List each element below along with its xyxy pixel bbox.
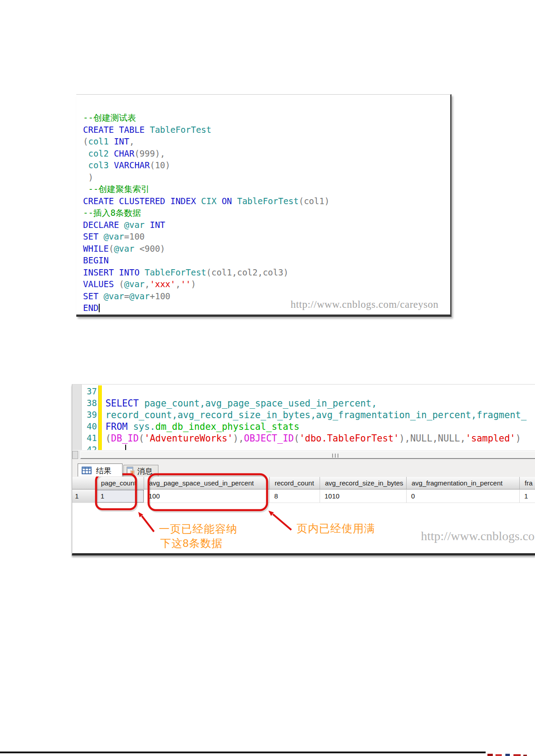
code-token: CHAR: [114, 149, 135, 158]
grid-column-header[interactable]: fra: [520, 477, 535, 489]
ssms-query-results-screenshot: 3738SELECT page_count,avg_page_space_use…: [72, 384, 535, 555]
code-token: TableForTest: [145, 267, 206, 277]
code-token: INSERT INTO: [83, 267, 145, 277]
code-token: 'dbo.TableForTest': [299, 433, 399, 444]
code-line: (col1 INT,: [83, 135, 448, 148]
annotation-arrow-left: [138, 512, 154, 532]
scrollbar-thumb[interactable]: [80, 451, 535, 459]
code-token: col2: [88, 149, 114, 158]
code-line: CREATE CLUSTERED INDEX CIX ON TableForTe…: [83, 195, 448, 207]
code-line: WHILE(@var <900): [83, 243, 448, 255]
code-line: 41(DB_ID('AdventureWorks'),OBJECT_ID('db…: [72, 433, 535, 445]
code-token: ,: [145, 279, 149, 289]
grid-cell[interactable]: 1: [520, 489, 535, 503]
code-line: 42: [72, 445, 535, 450]
code-token: SELECT: [105, 398, 144, 409]
grid-corner-header[interactable]: [72, 477, 96, 489]
scrollbar-grip: [332, 454, 340, 458]
code-token: --创建聚集索引: [83, 184, 149, 194]
line-number: 41: [82, 433, 97, 443]
grid-column-header[interactable]: avg_fragmentation_in_percent: [407, 477, 520, 489]
code-token: @var: [104, 291, 124, 301]
grid-cell[interactable]: 0: [407, 489, 520, 503]
line-number: 40: [82, 421, 97, 431]
code-token: col1: [88, 136, 114, 146]
code-token: =100: [124, 232, 145, 241]
code-line: VALUES (@var,'xxx',''): [83, 278, 448, 290]
line-number: 42: [82, 445, 97, 450]
code-token: (: [83, 136, 88, 146]
code-token: ,: [175, 279, 180, 289]
grid-cell[interactable]: 100: [144, 489, 270, 503]
grid-cell[interactable]: 1010: [320, 489, 407, 503]
code-text: record_count,avg_record_size_in_bytes,av…: [105, 410, 526, 420]
sql-code-area[interactable]: --创建测试表CREATE TABLE TableForTest(col1 IN…: [83, 112, 448, 315]
watermark-url: http://www.cnblogs.com/careyson: [290, 299, 439, 310]
code-token: INT: [150, 220, 165, 230]
grid-cell-selected[interactable]: 1: [96, 489, 144, 503]
code-token: [83, 149, 88, 158]
annotation-text-left-line1: 一页已经能容纳: [159, 522, 237, 536]
code-token: '': [180, 279, 191, 289]
tab-results[interactable]: 结果: [78, 463, 123, 476]
code-token: (: [105, 433, 111, 444]
messages-icon: [127, 467, 135, 475]
code-token: SET: [83, 291, 104, 301]
code-token: <900): [140, 244, 165, 253]
annotation-arrow-right: [268, 511, 291, 530]
code-line: 40FROM sys.dm_db_index_physical_stats: [72, 421, 535, 433]
code-token: DECLARE: [83, 220, 124, 230]
grid-column-header[interactable]: page_count: [96, 477, 144, 489]
grid-cell[interactable]: 8: [270, 489, 320, 503]
code-line: DECLARE @var INT: [83, 219, 448, 231]
line-number: 37: [82, 386, 97, 396]
code-text: SELECT page_count,avg_page_space_used_in…: [105, 398, 377, 409]
line-number: 39: [82, 410, 97, 420]
code-token: 'AdventureWorks': [144, 433, 232, 444]
code-token: CREATE TABLE: [83, 125, 150, 135]
code-text: FROM sys.dm_db_index_physical_stats: [105, 421, 299, 432]
code-token: (999),: [134, 149, 165, 158]
sql-create-table-screenshot: --创建测试表CREATE TABLE TableForTest(col1 IN…: [76, 94, 452, 317]
code-text: (DB_ID('AdventureWorks'),OBJECT_ID('dbo.…: [105, 433, 521, 444]
annotation-text-left-line2: 下这8条数据: [160, 536, 223, 551]
grid-column-header[interactable]: avg_record_size_in_bytes: [320, 477, 407, 489]
code-line: --插入8条数据: [83, 207, 448, 219]
text-cursor: [125, 445, 126, 450]
horizontal-scrollbar[interactable]: [72, 450, 535, 459]
code-token: record_count,avg_record_size_in_bytes,av…: [105, 410, 526, 420]
code-token: CIX: [201, 196, 222, 206]
grid-row-header[interactable]: 1: [72, 489, 96, 503]
results-tab-strip: 结果 消息: [72, 459, 535, 477]
code-token: 'xxx': [150, 279, 175, 289]
code-token: @var: [129, 291, 150, 301]
code-token: ): [83, 172, 93, 182]
line-number: 38: [82, 398, 97, 408]
code-line: SET @var=100: [83, 231, 448, 243]
code-token: ): [515, 433, 521, 444]
grid-column-header[interactable]: record_count: [270, 477, 320, 489]
tab-messages[interactable]: 消息: [123, 465, 158, 476]
scrollbar-left-button[interactable]: [72, 451, 78, 459]
code-token: (: [139, 433, 144, 444]
code-token: =: [124, 291, 129, 301]
grid-column-header[interactable]: avg_page_space_used_in_percent: [144, 477, 270, 489]
code-token: @var: [104, 232, 124, 241]
results-grid-icon: [82, 467, 92, 474]
code-token: (10): [150, 160, 171, 170]
code-token: VALUES: [83, 279, 119, 289]
code-token: SET: [83, 232, 104, 241]
code-line: BEGIN: [83, 254, 448, 267]
code-token: INT: [114, 136, 129, 146]
code-token: (col1): [298, 196, 329, 206]
sql-editor[interactable]: 3738SELECT page_count,avg_page_space_use…: [72, 385, 535, 450]
code-token: dm_db_index_physical_stats: [155, 421, 299, 432]
code-line: ): [83, 171, 448, 184]
code-line: INSERT INTO TableForTest(col1,col2,col3): [83, 267, 448, 279]
code-token: FROM: [105, 421, 133, 432]
code-token: TableForTest: [150, 125, 211, 135]
code-token: page_count,avg_page_space_used_in_percen…: [144, 398, 377, 409]
results-grid[interactable]: 1page_count1avg_page_space_used_in_perce…: [72, 477, 535, 510]
code-token: WHILE: [83, 244, 109, 253]
code-line: 39record_count,avg_record_size_in_bytes,…: [72, 410, 535, 421]
